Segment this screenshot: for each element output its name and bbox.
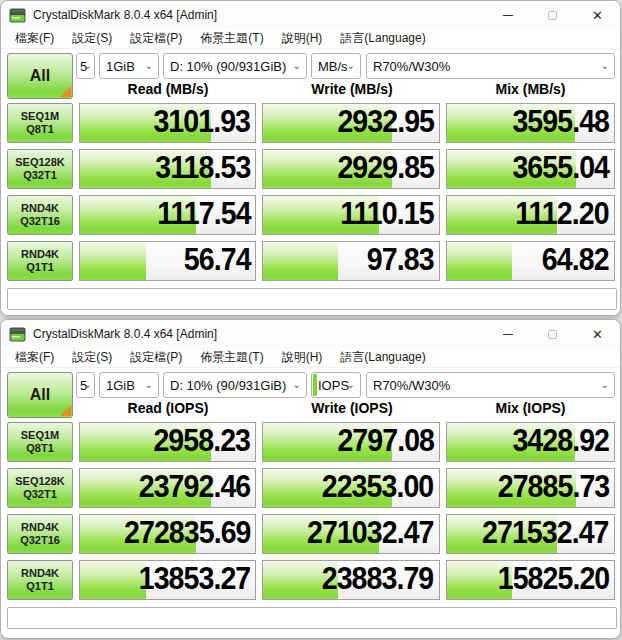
chevron-down-icon: ⌄ [145,379,153,390]
app-icon [9,327,26,342]
maximize-icon [548,330,557,339]
close-button[interactable]: ✕ [575,1,620,29]
minimize-button[interactable] [485,1,530,29]
result-cell-mix: 15825.20 [446,560,615,600]
menu-bar: 檔案(F) 設定(S) 設定檔(P) 佈景主題(T) 說明(H) 語言(Lang… [1,29,620,49]
app-icon [9,8,26,23]
chevron-down-icon: ⌄ [145,60,153,71]
menu-item-profile[interactable]: 設定檔(P) [121,30,191,47]
result-cell-write: 2797.08 [262,422,439,462]
crystaldiskmark-window-mbs: CrystalDiskMark 8.0.4 x64 [Admin] ✕ 檔案(F… [0,0,621,316]
test-label-button[interactable]: SEQ128KQ32T1 [7,468,73,508]
result-cell-write: 1110.15 [262,195,439,235]
run-all-button[interactable]: All [7,53,73,99]
result-cell-read: 23792.46 [79,468,256,508]
mix-ratio-combo[interactable]: R70%/W30%⌄ [366,372,615,398]
mix-column-header: Mix (IOPS) [444,400,617,418]
test-count-combo[interactable]: 5⌄ [76,53,95,79]
test-row-seq128k-q32t1: SEQ128KQ32T1 3118.53 2929.85 3655.04 [7,149,615,189]
menu-item-settings[interactable]: 設定(S) [63,30,121,47]
test-row-seq128k-q32t1: SEQ128KQ32T1 23792.46 22353.00 27885.73 [7,468,615,508]
result-cell-write: 271032.47 [262,514,439,554]
maximize-icon [548,11,557,20]
comment-field[interactable] [7,607,617,629]
crystaldiskmark-window-iops: CrystalDiskMark 8.0.4 x64 [Admin] ✕ 檔案(F… [0,319,621,639]
unit-combo[interactable]: IOPS⌄ [311,372,361,398]
write-column-header: Write (MB/s) [260,81,444,99]
meter-bar [263,242,338,280]
result-cell-mix: 3595.48 [446,103,615,143]
benchmark-panel: All 5⌄ 1GiB⌄ D: 10% (90/931GiB)⌄ MB/s⌄ R… [1,49,620,315]
menu-item-file[interactable]: 檔案(F) [6,349,63,366]
menu-item-language[interactable]: 語言(Language) [331,30,434,47]
menu-item-language[interactable]: 語言(Language) [331,349,434,366]
test-row-seq1m-q8t1: SEQ1MQ8T1 3101.93 2932.95 3595.48 [7,103,615,143]
menu-item-help[interactable]: 說明(H) [273,30,332,47]
test-row-rnd4k-q32t16: RND4KQ32T16 1117.54 1110.15 1112.20 [7,195,615,235]
test-label-button[interactable]: RND4KQ32T16 [7,514,73,554]
chevron-down-icon: ⌄ [84,379,92,390]
result-cell-write: 2929.85 [262,149,439,189]
test-label-button[interactable]: RND4KQ1T1 [7,560,73,600]
comment-field[interactable] [7,288,617,310]
result-cell-read: 13853.27 [79,560,256,600]
close-button[interactable]: ✕ [575,320,620,348]
minimize-icon [503,15,513,16]
test-row-seq1m-q8t1: SEQ1MQ8T1 2958.23 2797.08 3428.92 [7,422,615,462]
minimize-icon [503,334,513,335]
menu-item-theme[interactable]: 佈景主題(T) [191,349,272,366]
maximize-button[interactable] [530,1,575,29]
menu-item-profile[interactable]: 設定檔(P) [121,349,191,366]
result-cell-mix: 27885.73 [446,468,615,508]
test-label-button[interactable]: SEQ1MQ8T1 [7,103,73,143]
result-cell-write: 97.83 [262,241,439,281]
test-row-rnd4k-q1t1: RND4KQ1T1 13853.27 23883.79 15825.20 [7,560,615,600]
chevron-down-icon: ⌄ [347,379,355,390]
menu-item-file[interactable]: 檔案(F) [6,30,63,47]
menu-bar: 檔案(F) 設定(S) 設定檔(P) 佈景主題(T) 說明(H) 語言(Lang… [1,348,620,368]
meter-bar [80,242,146,280]
test-count-combo[interactable]: 5⌄ [76,372,95,398]
chevron-down-icon: ⌄ [347,60,355,71]
result-cell-read: 56.74 [79,241,256,281]
target-drive-combo[interactable]: D: 10% (90/931GiB)⌄ [163,372,307,398]
test-size-combo[interactable]: 1GiB⌄ [99,372,159,398]
menu-item-settings[interactable]: 設定(S) [63,349,121,366]
result-cell-write: 22353.00 [262,468,439,508]
test-label-button[interactable]: RND4KQ32T16 [7,195,73,235]
result-cell-write: 2932.95 [262,103,439,143]
meter-bar [447,242,512,280]
chevron-down-icon: ⌄ [293,60,301,71]
result-cell-mix: 64.82 [446,241,615,281]
test-label-button[interactable]: SEQ128KQ32T1 [7,149,73,189]
window-title: CrystalDiskMark 8.0.4 x64 [Admin] [33,8,217,22]
result-cell-read: 3118.53 [79,149,256,189]
minimize-button[interactable] [485,320,530,348]
run-all-button[interactable]: All [7,372,73,418]
mix-column-header: Mix (MB/s) [444,81,617,99]
write-column-header: Write (IOPS) [260,400,444,418]
test-label-button[interactable]: RND4KQ1T1 [7,241,73,281]
menu-item-help[interactable]: 說明(H) [273,349,332,366]
title-bar[interactable]: CrystalDiskMark 8.0.4 x64 [Admin] ✕ [1,1,620,29]
benchmark-panel: All 5⌄ 1GiB⌄ D: 10% (90/931GiB)⌄ IOPS⌄ R… [1,368,620,634]
close-icon: ✕ [592,328,603,341]
unit-combo[interactable]: MB/s⌄ [311,53,361,79]
test-size-combo[interactable]: 1GiB⌄ [99,53,159,79]
result-cell-read: 2958.23 [79,422,256,462]
title-bar[interactable]: CrystalDiskMark 8.0.4 x64 [Admin] ✕ [1,320,620,348]
close-icon: ✕ [592,9,603,22]
result-cell-write: 23883.79 [262,560,439,600]
read-column-header: Read (MB/s) [76,81,260,99]
chevron-down-icon: ⌄ [84,60,92,71]
maximize-button[interactable] [530,320,575,348]
result-cell-read: 1117.54 [79,195,256,235]
chevron-down-icon: ⌄ [293,379,301,390]
result-cell-read: 272835.69 [79,514,256,554]
test-label-button[interactable]: SEQ1MQ8T1 [7,422,73,462]
read-column-header: Read (IOPS) [76,400,260,418]
mix-ratio-combo[interactable]: R70%/W30%⌄ [366,53,615,79]
target-drive-combo[interactable]: D: 10% (90/931GiB)⌄ [163,53,307,79]
menu-item-theme[interactable]: 佈景主題(T) [191,30,272,47]
result-cell-read: 3101.93 [79,103,256,143]
